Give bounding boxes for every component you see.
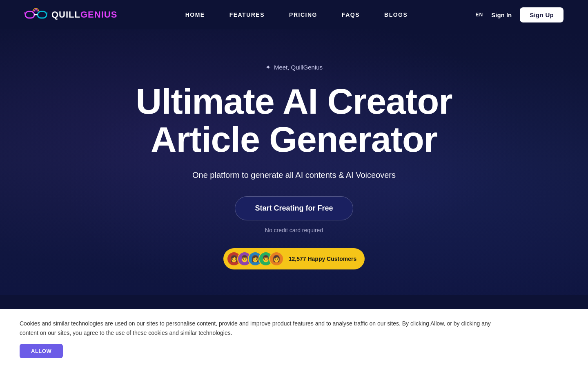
nav-link-home[interactable]: HOME: [185, 11, 205, 18]
svg-rect-0: [25, 11, 34, 18]
language-selector[interactable]: EN: [476, 12, 483, 18]
logo-text: QUILLGENIUS: [51, 9, 117, 20]
cookie-text: Cookies and similar technologies are use…: [20, 319, 510, 337]
hero-title-line1: Ultimate AI Creator: [136, 81, 452, 121]
nav-links: HOME FEATURES PRICING FAQS BLOGS: [185, 11, 408, 18]
sign-in-link[interactable]: Sign In: [491, 11, 512, 18]
nav-link-blogs[interactable]: BLOGS: [384, 11, 408, 18]
nav-right: EN Sign In Sign Up: [476, 7, 564, 22]
hero-title: Ultimate AI Creator Article Generator: [136, 83, 452, 158]
nav-link-faqs[interactable]: FAQS: [342, 11, 360, 18]
avatar-5: 👩: [269, 251, 284, 266]
avatars-group: 👩 👨 👩 👨 👩: [227, 251, 284, 266]
navbar: QUILLGENIUS HOME FEATURES PRICING FAQS B…: [0, 0, 588, 29]
svg-line-3: [24, 12, 25, 15]
hero-title-line2: Article Generator: [151, 119, 437, 159]
nav-link-pricing[interactable]: PRICING: [289, 11, 317, 18]
sign-up-button[interactable]: Sign Up: [520, 7, 564, 22]
nav-item-features[interactable]: FEATURES: [229, 11, 265, 18]
nav-item-pricing[interactable]: PRICING: [289, 11, 317, 18]
start-creating-button[interactable]: Start Creating for Free: [235, 196, 353, 220]
nav-item-faqs[interactable]: FAQS: [342, 11, 360, 18]
meet-label: Meet, QuillGenius: [274, 64, 323, 71]
happy-customers-count: 12,577 Happy Customers: [289, 256, 357, 262]
nav-item-home[interactable]: HOME: [185, 11, 205, 18]
logo-icon: [24, 4, 47, 25]
nav-link-features[interactable]: FEATURES: [229, 11, 265, 18]
hero-subtitle: One platform to generate all AI contents…: [192, 171, 396, 180]
allow-button[interactable]: ALLOW: [20, 344, 63, 358]
svg-rect-1: [38, 11, 47, 18]
happy-customers-badge[interactable]: 👩 👨 👩 👨 👩 12,577 Happy Customers: [223, 248, 365, 269]
logo[interactable]: QUILLGENIUS: [24, 4, 117, 25]
nav-item-blogs[interactable]: BLOGS: [384, 11, 408, 18]
sparkle-icon: ✦: [265, 63, 271, 71]
cookie-banner: Cookies and similar technologies are use…: [0, 309, 588, 368]
no-credit-label: No credit card required: [265, 227, 323, 233]
hero-section: ✦ Meet, QuillGenius Ultimate AI Creator …: [0, 29, 588, 295]
svg-line-4: [47, 12, 47, 15]
meet-badge: ✦ Meet, QuillGenius: [265, 63, 323, 71]
